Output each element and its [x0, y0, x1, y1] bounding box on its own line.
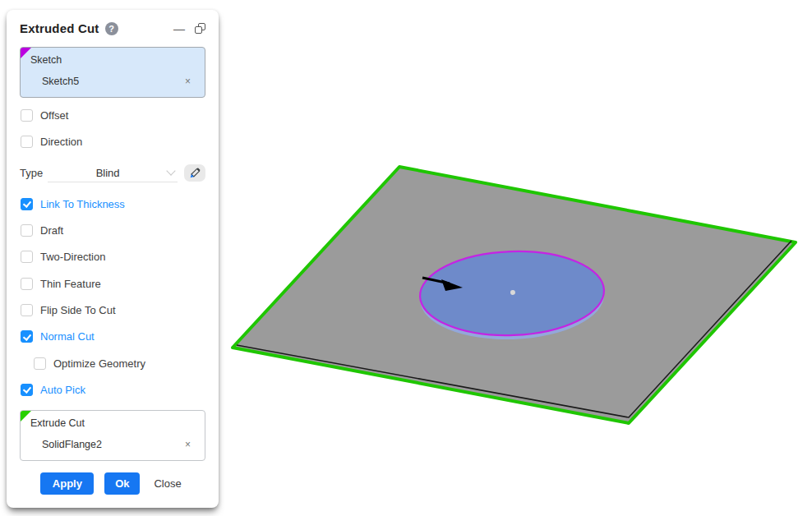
checkbox-label: Flip Side To Cut — [40, 304, 116, 316]
checkbox-normal-cut[interactable]: Normal Cut — [21, 330, 205, 343]
sketch-selected-item[interactable]: Sketch5 × — [29, 74, 196, 90]
checkbox-label: Direction — [40, 136, 82, 148]
help-icon[interactable]: ? — [105, 22, 118, 35]
restore-window-icon[interactable] — [195, 23, 205, 34]
checkbox-flip-side-to-cut[interactable]: Flip Side To Cut — [21, 304, 205, 316]
checkbox-box[interactable] — [21, 251, 33, 263]
dialog-header: Extruded Cut ? — — [20, 21, 205, 35]
checkbox-box[interactable] — [21, 330, 33, 343]
checkbox-box[interactable] — [34, 357, 46, 370]
dialog-footer: Apply Ok Close — [20, 472, 205, 496]
checkbox-box[interactable] — [21, 384, 33, 396]
type-label: Type — [20, 167, 43, 179]
checkbox-label: Optimize Geometry — [53, 357, 145, 370]
type-select[interactable]: Blind — [48, 164, 178, 182]
checkbox-link-to-thickness[interactable]: Link To Thickness — [21, 198, 205, 210]
checkmark-icon — [22, 332, 30, 341]
checkbox-auto-pick[interactable]: Auto Pick — [21, 384, 205, 396]
sketch-box-label: Sketch — [30, 54, 196, 66]
checkbox-optimize-geometry[interactable]: Optimize Geometry — [34, 357, 205, 369]
checkbox-box[interactable] — [21, 278, 33, 290]
dialog-title: Extruded Cut — [20, 21, 99, 35]
type-select-value: Blind — [48, 167, 168, 179]
extruded-cut-dialog: Extruded Cut ? — Sketch Sketch5 × Offset… — [7, 10, 219, 508]
checkbox-label: Link To Thickness — [40, 198, 125, 210]
checkbox-offset[interactable]: Offset — [21, 109, 205, 122]
sketch-item-value: Sketch5 — [42, 76, 79, 87]
type-row: Type Blind — [20, 164, 205, 182]
checkbox-label: Normal Cut — [40, 330, 95, 343]
checkbox-label: Two-Direction — [40, 251, 105, 263]
ok-button[interactable]: Ok — [104, 472, 140, 495]
extrude-selected-item[interactable]: SolidFlange2 × — [29, 437, 196, 454]
checkbox-label: Auto Pick — [40, 384, 85, 396]
apply-button[interactable]: Apply — [40, 472, 94, 495]
checkmark-icon — [22, 385, 30, 394]
checkbox-box[interactable] — [21, 224, 33, 237]
extrude-cut-selection-box[interactable]: Extrude Cut SolidFlange2 × — [20, 410, 205, 461]
extrude-box-label: Extrude Cut — [30, 417, 196, 429]
close-button[interactable]: Close — [150, 477, 184, 490]
checkbox-two-direction[interactable]: Two-Direction — [21, 251, 205, 263]
checkbox-box[interactable] — [21, 136, 33, 148]
remove-selection-icon[interactable]: × — [182, 439, 193, 450]
edit-dimension-button[interactable] — [184, 164, 205, 182]
checkbox-label: Offset — [40, 109, 68, 122]
chevron-down-icon — [166, 166, 175, 175]
extrude-item-value: SolidFlange2 — [42, 439, 102, 450]
checkbox-label: Draft — [40, 224, 63, 237]
sketch-selection-box[interactable]: Sketch Sketch5 × — [20, 47, 205, 98]
checkmark-icon — [22, 199, 30, 208]
checkbox-thin-feature[interactable]: Thin Feature — [21, 278, 205, 290]
checkbox-box[interactable] — [21, 198, 33, 210]
checkbox-box[interactable] — [21, 109, 33, 122]
checkbox-box[interactable] — [21, 304, 33, 316]
remove-selection-icon[interactable]: × — [182, 76, 193, 87]
minimize-icon[interactable]: — — [173, 25, 185, 33]
checkbox-draft[interactable]: Draft — [21, 224, 205, 237]
window-controls: — — [173, 23, 205, 34]
edit-pencil-icon — [189, 167, 201, 179]
checkbox-label: Thin Feature — [40, 278, 101, 290]
checkbox-direction[interactable]: Direction — [21, 136, 205, 148]
